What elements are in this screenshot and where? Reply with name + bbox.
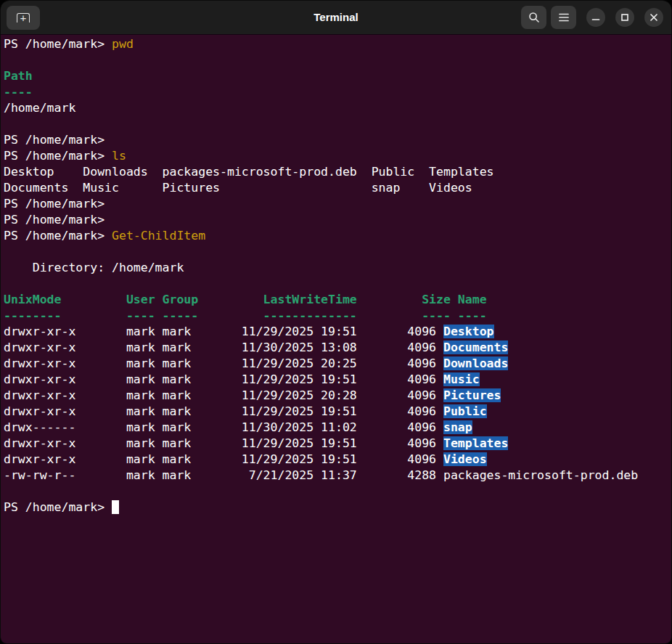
- directory-name: Documents: [443, 341, 508, 354]
- terminal-line: PS /home/mark>: [4, 212, 671, 228]
- terminal-line: [4, 244, 671, 260]
- search-icon: [528, 12, 540, 23]
- terminal-line: drwxr-xr-x mark mark 11/30/2025 13:08 40…: [4, 340, 671, 356]
- terminal-line: [4, 276, 671, 292]
- directory-name: Pictures: [443, 388, 501, 402]
- terminal-line: PS /home/mark> ls: [4, 148, 671, 164]
- terminal-text: drwxr-xr-x mark mark 11/29/2025 20:28 40…: [4, 388, 443, 402]
- accent-text: Path: [4, 69, 33, 83]
- titlebar-controls: [521, 6, 663, 29]
- terminal-text: PS /home/mark>: [4, 133, 105, 147]
- terminal-text: drwxr-xr-x mark mark 11/29/2025 19:51 40…: [4, 325, 443, 338]
- terminal-line: [4, 484, 671, 500]
- terminal-line: UnixMode User Group LastWriteTime Size N…: [4, 292, 671, 308]
- search-button[interactable]: [521, 6, 546, 29]
- terminal-line: [4, 116, 671, 132]
- maximize-button[interactable]: [615, 8, 634, 27]
- terminal-line: PS /home/mark>: [4, 132, 671, 148]
- terminal-text: -rw-rw-r-- mark mark 7/21/2025 11:37 428…: [4, 468, 638, 482]
- terminal-line: Desktop Downloads packages-microsoft-pro…: [4, 164, 671, 180]
- terminal-text: Documents Music Pictures snap Videos: [4, 181, 472, 195]
- new-tab-button[interactable]: [7, 6, 40, 30]
- terminal-text: drwxr-xr-x mark mark 11/29/2025 20:25 40…: [4, 356, 443, 370]
- terminal-line: drwx------ mark mark 11/30/2025 11:02 40…: [4, 420, 671, 436]
- terminal-line: drwxr-xr-x mark mark 11/29/2025 19:51 40…: [4, 436, 671, 452]
- terminal-text: PS /home/mark>: [4, 37, 112, 51]
- command-text: pwd: [112, 37, 134, 51]
- terminal-screen[interactable]: PS /home/mark> pwdPath----/home/markPS /…: [1, 35, 671, 643]
- terminal-line: PS /home/mark> Get-ChildItem: [4, 228, 671, 244]
- menu-button[interactable]: [551, 6, 576, 29]
- terminal-line: Directory: /home/mark: [4, 260, 671, 276]
- minimize-icon: [591, 13, 600, 22]
- terminal-line: drwxr-xr-x mark mark 11/29/2025 19:51 40…: [4, 372, 671, 388]
- directory-name: Public: [443, 404, 487, 418]
- terminal-text: PS /home/mark>: [4, 229, 112, 242]
- terminal-line: Documents Music Pictures snap Videos: [4, 180, 671, 196]
- terminal-line: -------- ---- ----- ------------- ---- -…: [4, 308, 671, 324]
- terminal-line: -rw-rw-r-- mark mark 7/21/2025 11:37 428…: [4, 468, 671, 484]
- terminal-line: drwxr-xr-x mark mark 11/29/2025 19:51 40…: [4, 324, 671, 340]
- directory-name: Templates: [443, 436, 508, 450]
- terminal-line: ----: [4, 84, 671, 100]
- terminal-line: drwxr-xr-x mark mark 11/29/2025 19:51 40…: [4, 452, 671, 468]
- terminal-line: /home/mark: [4, 100, 671, 116]
- terminal-line: drwxr-xr-x mark mark 11/29/2025 20:25 40…: [4, 356, 671, 372]
- directory-name: Videos: [443, 452, 487, 466]
- command-text: Get-ChildItem: [112, 229, 205, 242]
- directory-name: Desktop: [443, 325, 494, 338]
- titlebar: Terminal: [1, 1, 671, 35]
- terminal-line: drwxr-xr-x mark mark 11/29/2025 20:28 40…: [4, 388, 671, 404]
- terminal-window: Terminal: [0, 0, 672, 644]
- terminal-text: PS /home/mark>: [4, 500, 112, 514]
- command-text: ls: [112, 149, 126, 163]
- terminal-text: drwx------ mark mark 11/30/2025 11:02 40…: [4, 420, 443, 434]
- terminal-text: Desktop Downloads packages-microsoft-pro…: [4, 165, 494, 179]
- directory-name: snap: [443, 420, 472, 434]
- minimize-button[interactable]: [586, 8, 605, 27]
- terminal-line: PS /home/mark>: [4, 500, 671, 515]
- terminal-line: [4, 52, 671, 68]
- accent-text: ----: [4, 85, 33, 99]
- hamburger-menu-icon: [558, 12, 570, 23]
- terminal-cursor: [112, 500, 119, 514]
- terminal-text: drwxr-xr-x mark mark 11/29/2025 19:51 40…: [4, 452, 443, 466]
- terminal-line: PS /home/mark> pwd: [4, 36, 671, 52]
- terminal-text: drwxr-xr-x mark mark 11/29/2025 19:51 40…: [4, 404, 443, 418]
- terminal-text: drwxr-xr-x mark mark 11/30/2025 13:08 40…: [4, 341, 443, 354]
- terminal-text: /home/mark: [4, 101, 75, 115]
- terminal-line: PS /home/mark>: [4, 196, 671, 212]
- close-icon: [650, 13, 658, 22]
- new-tab-icon: [17, 13, 30, 23]
- maximize-icon: [620, 13, 629, 22]
- terminal-text: PS /home/mark>: [4, 197, 105, 211]
- terminal-text: Directory: /home/mark: [4, 261, 184, 274]
- accent-text: -------- ---- ----- ------------- ---- -…: [4, 309, 487, 322]
- terminal-line: Path: [4, 68, 671, 84]
- close-button[interactable]: [644, 8, 663, 27]
- terminal-text: drwxr-xr-x mark mark 11/29/2025 19:51 40…: [4, 436, 443, 450]
- directory-name: Downloads: [443, 356, 508, 370]
- accent-text: UnixMode User Group LastWriteTime Size N…: [4, 293, 487, 306]
- terminal-text: drwxr-xr-x mark mark 11/29/2025 19:51 40…: [4, 372, 443, 386]
- directory-name: Music: [443, 372, 480, 386]
- terminal-text: PS /home/mark>: [4, 213, 105, 227]
- terminal-text: PS /home/mark>: [4, 149, 112, 163]
- terminal-line: drwxr-xr-x mark mark 11/29/2025 19:51 40…: [4, 404, 671, 420]
